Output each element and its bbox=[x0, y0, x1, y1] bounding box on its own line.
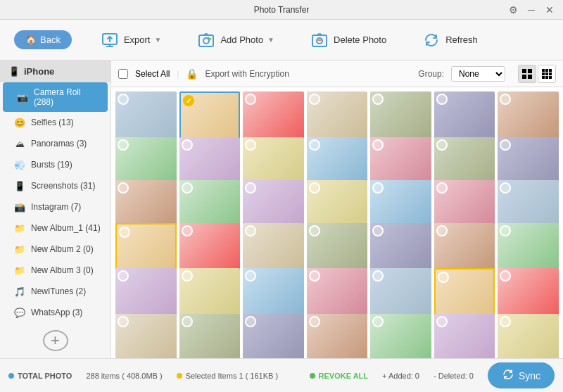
photo-checkbox bbox=[500, 316, 511, 327]
sidebar-item-icon-10: 💬 bbox=[14, 307, 25, 318]
sidebar-item-2[interactable]: ⛰Panoramas (3) bbox=[0, 133, 110, 154]
sidebar-item-label-1: Selfies (13) bbox=[31, 118, 74, 127]
svg-point-2 bbox=[203, 38, 209, 44]
export-chevron-icon: ▼ bbox=[154, 36, 161, 44]
close-button[interactable]: ✕ bbox=[543, 4, 556, 16]
photo-thumbnail[interactable]: ☁ bbox=[179, 314, 241, 358]
refresh-action[interactable]: Refresh bbox=[415, 26, 485, 54]
photo-checkbox bbox=[436, 316, 448, 327]
svg-rect-6 bbox=[528, 69, 532, 73]
sidebar-item-label-9: NewITunes (2) bbox=[31, 286, 86, 296]
add-album-button[interactable]: + bbox=[43, 330, 68, 351]
delete-photo-action[interactable]: Delete Photo bbox=[303, 26, 393, 54]
sidebar-item-icon-3: 💨 bbox=[14, 159, 25, 170]
sync-icon bbox=[502, 368, 514, 383]
status-bar: TOTAL PHOTO 288 items ( 408.0MB ) Select… bbox=[0, 358, 563, 392]
photo-checkbox bbox=[245, 225, 256, 236]
svg-rect-14 bbox=[549, 72, 552, 75]
photo-grid: ☁✓☁☁☁☁☁☁☁☁☁☁☁☁☁☁☁☁☁☁☁☁☁☁☁☁☁☁☁☁☁☁☁☁☁☁☁☁☁☁… bbox=[111, 87, 563, 358]
sidebar-item-icon-7: 📁 bbox=[14, 244, 25, 255]
svg-rect-7 bbox=[522, 75, 526, 79]
sync-button[interactable]: Sync bbox=[488, 362, 555, 388]
back-button[interactable]: 🏠 Back bbox=[14, 30, 72, 49]
add-photo-action[interactable]: Add Photo ▼ bbox=[189, 26, 282, 54]
grid-view-button[interactable] bbox=[518, 65, 536, 83]
photo-checkbox bbox=[245, 316, 256, 327]
photo-thumbnail[interactable]: ☁ bbox=[434, 314, 495, 358]
sidebar-item-icon-1: 😊 bbox=[14, 117, 25, 128]
selected-dot bbox=[177, 373, 182, 379]
sidebar-item-6[interactable]: 📁New Album_1 (41) bbox=[0, 217, 110, 239]
sidebar-item-label-7: New Album 2 (0) bbox=[31, 244, 94, 254]
group-select[interactable]: None Date Type bbox=[451, 66, 505, 82]
photo-thumbnail[interactable]: ☁ bbox=[243, 314, 304, 358]
photo-checkbox bbox=[309, 270, 320, 282]
photo-checkbox bbox=[245, 182, 256, 194]
photo-checkbox bbox=[118, 182, 129, 194]
select-all-checkbox[interactable] bbox=[118, 69, 128, 79]
sidebar-item-7[interactable]: 📁New Album 2 (0) bbox=[0, 239, 110, 260]
sidebar-item-9[interactable]: 🎵NewITunes (2) bbox=[0, 281, 110, 302]
back-label: Back bbox=[40, 34, 61, 45]
sidebar-item-4[interactable]: 📱Screenshots (31) bbox=[0, 175, 110, 196]
refresh-label: Refresh bbox=[445, 34, 478, 45]
sidebar-item-icon-5: 📸 bbox=[14, 201, 25, 213]
sidebar-item-label-6: New Album_1 (41) bbox=[31, 223, 101, 233]
revoke-status: REVOKE ALL bbox=[310, 372, 369, 380]
photo-thumbnail[interactable]: ☁ bbox=[498, 314, 559, 358]
sidebar: 📱 iPhone 📷Camera Roll (288)😊Selfies (13)… bbox=[0, 61, 111, 358]
group-label: Group: bbox=[418, 69, 444, 79]
svg-rect-10 bbox=[545, 69, 548, 72]
photo-thumbnail[interactable]: ☁ bbox=[115, 314, 177, 358]
device-name: iPhone bbox=[24, 66, 54, 77]
svg-point-4 bbox=[317, 38, 322, 44]
minimize-button[interactable]: ─ bbox=[525, 4, 538, 16]
photo-checkbox bbox=[372, 139, 384, 151]
photo-thumbnail[interactable]: ☁ bbox=[370, 314, 431, 358]
photo-checkbox bbox=[438, 272, 449, 283]
add-photo-label: Add Photo bbox=[220, 34, 263, 45]
export-label: Export bbox=[124, 34, 151, 45]
photo-checkbox bbox=[436, 94, 448, 105]
export-action[interactable]: Export ▼ bbox=[93, 26, 168, 54]
photo-checkbox bbox=[436, 225, 448, 236]
svg-rect-17 bbox=[549, 76, 552, 79]
window-title: Photo Transfer bbox=[254, 5, 310, 15]
svg-rect-9 bbox=[542, 69, 545, 72]
revoke-all-link[interactable]: REVOKE ALL bbox=[319, 372, 369, 380]
sidebar-item-label-10: WhatsApp (3) bbox=[31, 308, 82, 317]
sidebar-item-label-3: Bursts (19) bbox=[31, 160, 72, 170]
photo-checkbox bbox=[309, 182, 320, 194]
selected-status: Selected Items 1 ( 161KB ) bbox=[177, 372, 278, 380]
sidebar-item-1[interactable]: 😊Selfies (13) bbox=[0, 112, 110, 133]
sidebar-item-label-0: Camera Roll (288) bbox=[34, 87, 99, 107]
sidebar-item-label-2: Panoramas (3) bbox=[31, 139, 87, 148]
lock-icon: 🔒 bbox=[186, 68, 198, 80]
add-photo-icon bbox=[196, 30, 216, 50]
sidebar-item-0[interactable]: 📷Camera Roll (288) bbox=[3, 82, 108, 112]
settings-button[interactable]: ⚙ bbox=[507, 4, 519, 16]
sidebar-item-10[interactable]: 💬WhatsApp (3) bbox=[0, 302, 110, 323]
sidebar-item-8[interactable]: 📁New Album 3 (0) bbox=[0, 260, 110, 281]
content-toolbar: Select All | 🔒 Export with Encryption Gr… bbox=[111, 61, 563, 87]
photo-checkbox bbox=[309, 94, 320, 105]
photo-thumbnail[interactable]: ☁ bbox=[307, 314, 368, 358]
photo-checkbox bbox=[118, 316, 129, 327]
toolbar-divider: | bbox=[177, 69, 179, 79]
sidebar-item-icon-4: 📱 bbox=[14, 180, 25, 191]
svg-rect-15 bbox=[542, 76, 545, 79]
svg-rect-3 bbox=[312, 35, 327, 46]
photo-checkbox bbox=[372, 225, 384, 236]
sidebar-item-icon-8: 📁 bbox=[14, 265, 25, 276]
encrypt-label: Export with Encryption bbox=[205, 69, 289, 79]
photo-checkbox bbox=[372, 316, 384, 327]
main-container: 📱 iPhone 📷Camera Roll (288)😊Selfies (13)… bbox=[0, 61, 563, 358]
photo-checkbox bbox=[436, 139, 448, 151]
device-icon: 📱 bbox=[8, 66, 20, 77]
photo-checkbox bbox=[182, 270, 193, 282]
photo-checkbox bbox=[118, 94, 129, 105]
revoke-dot bbox=[310, 373, 315, 379]
small-grid-view-button[interactable] bbox=[538, 65, 556, 83]
sidebar-item-3[interactable]: 💨Bursts (19) bbox=[0, 154, 110, 175]
sidebar-item-5[interactable]: 📸Instagram (7) bbox=[0, 196, 110, 217]
